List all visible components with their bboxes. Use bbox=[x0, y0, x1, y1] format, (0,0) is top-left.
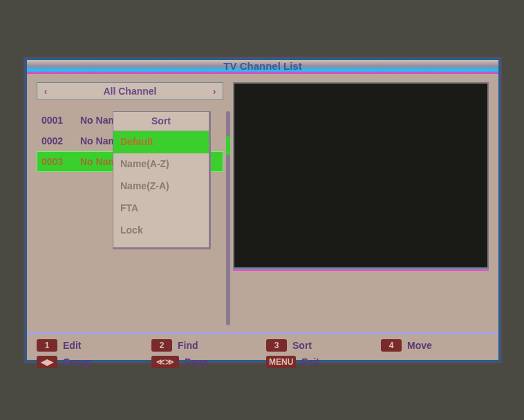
channel-number: 0003 bbox=[41, 152, 75, 171]
hint-edit: 1 Edit bbox=[37, 339, 138, 352]
key-leftright-icon: ◀▶ bbox=[37, 356, 57, 368]
hint-label: Group bbox=[63, 356, 92, 368]
group-prev-arrow-icon[interactable]: ‹ bbox=[37, 86, 54, 97]
scrollbar-thumb[interactable] bbox=[226, 136, 230, 155]
sort-option-fta[interactable]: FTA bbox=[113, 198, 209, 220]
osd-window: TV Channel List ‹ All Channel › 0001 No … bbox=[25, 58, 500, 362]
hint-move: 4 Move bbox=[381, 339, 482, 352]
sort-option-name-za[interactable]: Name(Z-A) bbox=[113, 175, 209, 198]
sort-option-default[interactable]: Default bbox=[113, 131, 209, 153]
content-area: ‹ All Channel › 0001 No Name 0002 No Nam… bbox=[27, 74, 498, 332]
video-preview bbox=[233, 82, 489, 269]
hint-sort: 3 Sort bbox=[266, 339, 367, 352]
channel-number: 0002 bbox=[41, 131, 75, 151]
hint-label: Page bbox=[185, 356, 207, 368]
hint-bar: 1 Edit 2 Find 3 Sort 4 Move ◀▶ Group ≪≫ … bbox=[27, 332, 498, 372]
key-4-icon: 4 bbox=[381, 339, 402, 352]
channel-scrollbar[interactable] bbox=[226, 111, 230, 325]
hint-label: Move bbox=[407, 340, 432, 351]
hint-find: 2 Find bbox=[151, 339, 252, 352]
sort-popup-title: Sort bbox=[113, 112, 209, 131]
key-menu-icon: MENU bbox=[266, 356, 296, 368]
hint-group: ◀▶ Group bbox=[37, 356, 138, 368]
hint-exit: MENU Exit bbox=[266, 356, 367, 368]
key-page-icon: ≪≫ bbox=[151, 356, 179, 368]
hint-label: Edit bbox=[63, 340, 81, 351]
sort-option-name-az[interactable]: Name(A-Z) bbox=[113, 153, 209, 175]
group-next-arrow-icon[interactable]: › bbox=[206, 86, 223, 97]
key-2-icon: 2 bbox=[151, 339, 172, 352]
hint-label: Find bbox=[178, 340, 198, 351]
title-bar: TV Channel List bbox=[27, 60, 498, 74]
channel-number: 0001 bbox=[41, 111, 75, 130]
sort-option-lock[interactable]: Lock bbox=[113, 220, 209, 242]
key-3-icon: 3 bbox=[266, 339, 287, 352]
left-column: ‹ All Channel › 0001 No Name 0002 No Nam… bbox=[37, 82, 223, 325]
group-selector[interactable]: ‹ All Channel › bbox=[37, 82, 223, 100]
hint-page: ≪≫ Page bbox=[151, 356, 252, 368]
key-1-icon: 1 bbox=[37, 339, 57, 352]
group-selector-label: All Channel bbox=[54, 86, 206, 97]
sort-popup: Sort Default Name(A-Z) Name(Z-A) FTA Loc… bbox=[113, 111, 211, 249]
hint-label: Sort bbox=[292, 340, 312, 351]
hint-label: Exit bbox=[301, 356, 319, 368]
page-title: TV Channel List bbox=[223, 60, 301, 72]
